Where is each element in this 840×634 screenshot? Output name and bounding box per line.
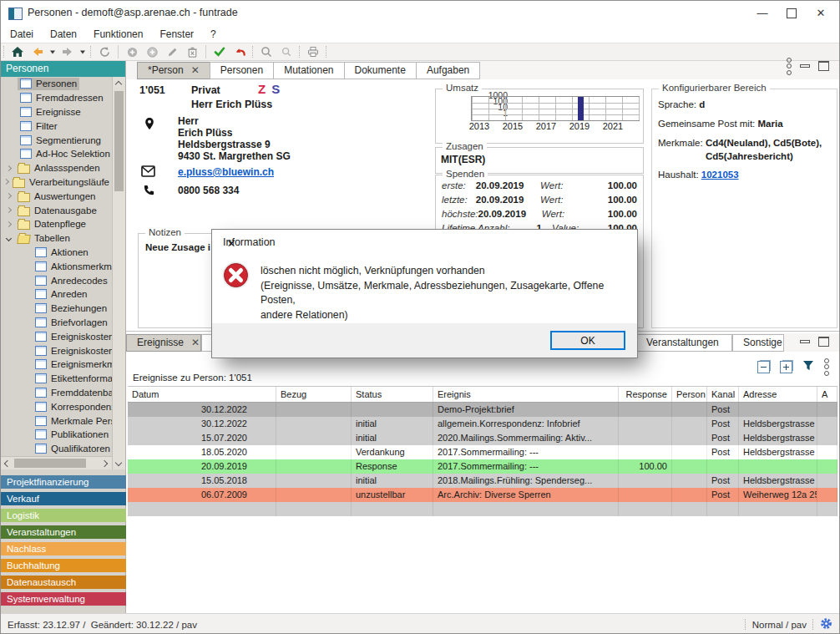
forward-dropdown-icon[interactable]: [78, 44, 88, 59]
scroll-down-icon[interactable]: [115, 459, 122, 466]
back-icon[interactable]: [28, 44, 48, 59]
settings-gear-icon[interactable]: [820, 617, 832, 631]
collapse-all-icon[interactable]: [757, 361, 770, 373]
maximize-button[interactable]: [779, 6, 804, 21]
section-buchhaltung[interactable]: Buchhaltung: [1, 559, 126, 572]
minimize-button[interactable]: —: [750, 6, 775, 21]
section-logistik[interactable]: Logistik: [1, 509, 126, 522]
menu-daten[interactable]: Daten: [43, 27, 84, 42]
table-row[interactable]: 30.12.2022Demo-Projekt:briefPost: [128, 403, 837, 417]
tree-item-fremddatenbank[interactable]: Fremddatenbank: [1, 386, 112, 400]
tab-mutationen[interactable]: Mutationen: [273, 62, 344, 79]
tree-item-anredecodes[interactable]: Anredecodes: [1, 273, 112, 287]
menu-funktionen[interactable]: Funktionen: [86, 27, 150, 42]
scrollbar-thumb[interactable]: [114, 91, 124, 191]
undo-icon[interactable]: [230, 44, 250, 59]
column-header-person[interactable]: Person: [672, 387, 707, 402]
filter-icon[interactable]: [802, 359, 814, 374]
edit-icon[interactable]: [162, 44, 182, 59]
scroll-up-icon[interactable]: [115, 81, 122, 88]
tree-item-segmentierung[interactable]: Segmentierung: [1, 133, 112, 147]
column-header-bezug[interactable]: Bezug: [276, 387, 352, 402]
bottom-tab-veranstaltungen[interactable]: Veranstaltungen: [635, 334, 732, 352]
scrollbar-thumb[interactable]: [14, 459, 86, 468]
table-row[interactable]: 15.07.2020initial2020.Mailings.Sommermai…: [128, 431, 837, 445]
tree-item-etikettenformate[interactable]: Etikettenformate: [1, 372, 112, 386]
table-row[interactable]: 15.05.2018initial2018.Mailings.Frühling:…: [128, 474, 837, 488]
tree-item-merkmale-perso[interactable]: Merkmale Perso: [1, 413, 112, 428]
tree-item-qualifikatoren[interactable]: Qualifikatoren: [1, 442, 112, 456]
table-row[interactable]: 06.07.2009unzustellbarArc.Archiv: Divers…: [128, 488, 837, 502]
tree-vertical-scrollbar[interactable]: [112, 77, 125, 469]
section-veranstaltungen[interactable]: Veranstaltungen: [1, 525, 126, 539]
column-header-status[interactable]: Status: [352, 387, 433, 402]
tree-item-datenausgabe[interactable]: Datenausgabe: [1, 203, 112, 217]
table-more-options-icon[interactable]: [824, 357, 829, 377]
tree-item-aktionsmerkmale[interactable]: Aktionsmerkmale: [1, 259, 112, 273]
search-small-icon[interactable]: [276, 44, 296, 59]
bottom-tab-ereignisse[interactable]: Ereignisse✕: [126, 334, 201, 352]
search-icon[interactable]: [256, 44, 276, 59]
tree-item-korrespondenz[interactable]: Korrespondenz: [1, 399, 112, 413]
tree-item-verarbeitungsl-ufe[interactable]: Verarbeitungsläufe: [1, 175, 112, 190]
section-nachlass[interactable]: Nachlass: [1, 542, 126, 555]
haushalt-link[interactable]: 1021053: [701, 170, 739, 180]
tab-personen[interactable]: Personen: [210, 62, 274, 79]
tree-item-ereignismerkmale[interactable]: Ereignismerkmale: [1, 358, 112, 372]
chevron-right-icon[interactable]: [4, 205, 13, 215]
chevron-right-icon[interactable]: [4, 177, 8, 186]
confirm-icon[interactable]: [210, 44, 230, 59]
chevron-right-icon[interactable]: [4, 220, 13, 229]
dialog-title-bar[interactable]: Information ✕: [212, 230, 637, 255]
back-dropdown-icon[interactable]: [48, 44, 58, 59]
column-header-ereignis[interactable]: Ereignis: [433, 387, 619, 402]
tree-item-publikationen[interactable]: Publikationen: [1, 428, 112, 442]
tab-close-icon[interactable]: ✕: [191, 334, 200, 352]
add-copy-icon[interactable]: [142, 44, 162, 59]
ok-button[interactable]: OK: [550, 331, 625, 350]
section-systemverwaltung[interactable]: Systemverwaltung: [1, 592, 126, 606]
email-link[interactable]: e.pluss@bluewin.ch: [178, 166, 274, 178]
tree-item-datenpflege[interactable]: Datenpflege: [1, 217, 112, 231]
dialog-close-icon[interactable]: ✕: [223, 236, 240, 251]
refresh-icon[interactable]: [94, 44, 114, 59]
menu-datei[interactable]: Datei: [3, 27, 41, 42]
close-button[interactable]: ✕: [808, 6, 833, 21]
add-icon[interactable]: [122, 44, 142, 59]
tab-person[interactable]: *Person✕: [137, 62, 210, 79]
table-row[interactable]: 18.05.2020Verdankung2017.Sommermailing: …: [128, 445, 837, 459]
menu-fenster[interactable]: Fenster: [152, 27, 201, 42]
tree-item-anlassspenden[interactable]: Anlassspenden: [1, 161, 112, 175]
delete-icon[interactable]: [182, 44, 202, 59]
tree-item-briefvorlagen[interactable]: Briefvorlagen: [1, 316, 112, 330]
chevron-right-icon[interactable]: [4, 164, 13, 173]
more-options-icon[interactable]: [787, 56, 792, 76]
tree-horizontal-scrollbar[interactable]: [1, 456, 112, 469]
table-row[interactable]: [128, 502, 837, 516]
column-header-response[interactable]: Response: [619, 387, 672, 402]
tree-item-auswertungen[interactable]: Auswertungen: [1, 189, 112, 203]
table-row[interactable]: 20.09.2019Response2017.Sommermailing: --…: [128, 459, 837, 474]
tab-aufgaben[interactable]: Aufgaben: [416, 62, 480, 79]
expand-all-icon[interactable]: [780, 361, 792, 373]
tab-dokumente[interactable]: Dokumente: [344, 62, 417, 79]
bottom-tab-sonstige[interactable]: Sonstige: [732, 334, 784, 352]
tree-item-ereigniskosten-s[interactable]: Ereigniskosten-S: [1, 343, 112, 358]
tree-item-anreden[interactable]: Anreden: [1, 287, 112, 302]
section-datenaustausch[interactable]: Datenaustausch: [1, 576, 126, 589]
table-row[interactable]: 30.12.2022initialallgemein.Korrespondenz…: [128, 417, 837, 431]
tree-item-ad-hoc-selektion[interactable]: Ad-Hoc Selektion: [1, 147, 112, 161]
scroll-right-icon[interactable]: [101, 460, 108, 467]
panel-maximize-icon[interactable]: [818, 337, 829, 347]
panel-maximize-icon[interactable]: [818, 61, 829, 71]
column-header-datum[interactable]: Datum: [128, 387, 276, 402]
chevron-right-icon[interactable]: [4, 191, 13, 200]
scroll-left-icon[interactable]: [4, 460, 11, 467]
section-verkauf[interactable]: Verkauf: [1, 492, 126, 505]
tree-item-tabellen[interactable]: Tabellen: [1, 231, 112, 246]
tab-close-icon[interactable]: ✕: [191, 62, 200, 79]
chevron-down-icon[interactable]: [4, 234, 13, 243]
tree-item-filter[interactable]: Filter: [1, 119, 112, 133]
tree-item-fremdadressen[interactable]: Fremdadressen: [1, 91, 112, 105]
section-projektfinanzierung[interactable]: Projektfinanzierung: [1, 475, 126, 489]
